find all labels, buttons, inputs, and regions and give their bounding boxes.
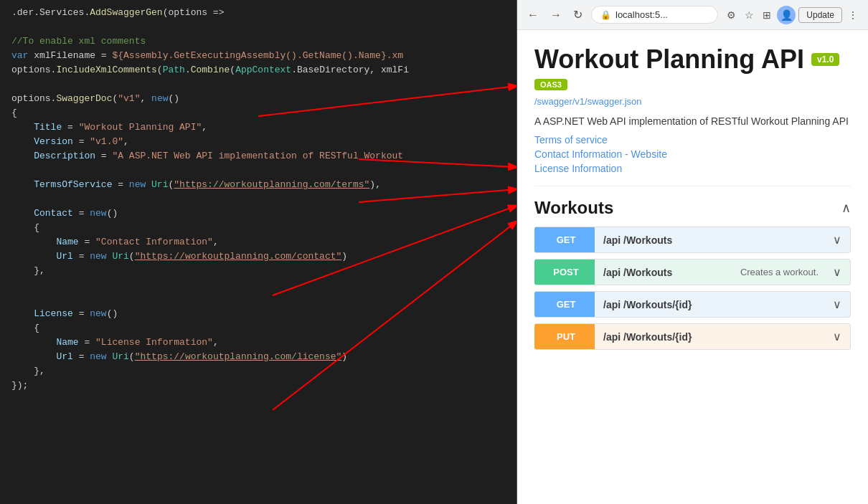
- code-line: License = new(): [0, 307, 516, 321]
- code-line: options.IncludeXmlComments(Path.Combine(…: [0, 63, 516, 77]
- swagger-title-row: Workout Planning API v1.0: [534, 44, 851, 75]
- update-button[interactable]: Update: [798, 7, 842, 23]
- back-button[interactable]: ←: [524, 7, 542, 23]
- terms-of-service-link[interactable]: Terms of service: [534, 134, 851, 146]
- code-line: Url = new Uri("https://workoutplanning.c…: [0, 350, 516, 364]
- code-line: [0, 278, 516, 293]
- swagger-content[interactable]: Workout Planning API v1.0 OAS3 /swagger/…: [517, 30, 868, 504]
- endpoint-get-workout-id[interactable]: GET /api /Workouts/{id} ∨: [534, 291, 851, 318]
- endpoint-path: /api /Workouts/{id}: [595, 325, 819, 348]
- workouts-collapse-icon[interactable]: ∧: [841, 200, 851, 216]
- code-line: Contact = new(): [0, 206, 516, 221]
- endpoint-expand-icon[interactable]: ∨: [824, 227, 850, 252]
- workouts-section-header: Workouts ∧: [534, 198, 851, 218]
- endpoint-path: /api /Workouts: [595, 229, 819, 252]
- code-content: .der.Services.AddSwaggerGen(options => /…: [0, 0, 516, 399]
- forward-button[interactable]: →: [547, 7, 565, 23]
- code-line: {: [0, 106, 516, 120]
- code-line: [0, 20, 516, 34]
- lock-icon: 🔒: [600, 10, 611, 20]
- code-line: Description = "A ASP.NET Web API impleme…: [0, 149, 516, 163]
- version-badge: v1.0: [811, 53, 839, 66]
- code-line: .der.Services.AddSwaggerGen(options =>: [0, 6, 516, 20]
- code-line: options.SwaggerDoc("v1", new(): [0, 92, 516, 106]
- code-line: });: [0, 379, 516, 393]
- puzzle-button[interactable]: ⊞: [760, 8, 774, 22]
- code-line: {: [0, 321, 516, 336]
- browser-panel: ← → ↻ 🔒 localhost:5... ⚙ ☆ ⊞ 👤 Update ⋮ …: [516, 0, 868, 504]
- code-line: TermsOfService = new Uri("https://workou…: [0, 178, 516, 192]
- endpoint-description: Creates a workout.: [740, 267, 824, 277]
- code-line: //To enable xml comments: [0, 34, 516, 49]
- endpoint-path: /api /Workouts: [595, 261, 740, 284]
- license-link[interactable]: License Information: [534, 163, 851, 174]
- endpoint-path: /api /Workouts/{id}: [595, 293, 819, 316]
- extensions-button[interactable]: ⚙: [724, 8, 739, 22]
- get-method-badge: GET: [537, 227, 595, 252]
- code-line: Version = "v1.0",: [0, 135, 516, 149]
- contact-link[interactable]: Contact Information - Website: [534, 148, 851, 160]
- code-line: [0, 163, 516, 178]
- code-line: Title = "Workout Planning API",: [0, 120, 516, 135]
- endpoint-get-workouts[interactable]: GET /api /Workouts ∨: [534, 227, 851, 253]
- endpoint-expand-icon[interactable]: ∨: [824, 292, 850, 317]
- oas-badge: OAS3: [534, 79, 567, 90]
- code-line: },: [0, 264, 516, 278]
- code-line: {: [0, 221, 516, 235]
- refresh-button[interactable]: ↻: [570, 6, 585, 23]
- endpoint-expand-icon[interactable]: ∨: [824, 324, 850, 349]
- menu-button[interactable]: ⋮: [845, 8, 861, 22]
- code-line: var xmlFilename = ${Assembly.GetExecutin…: [0, 49, 516, 63]
- browser-actions: ⚙ ☆ ⊞ 👤 Update ⋮: [724, 6, 861, 24]
- code-line: },: [0, 364, 516, 379]
- section-divider: [534, 186, 851, 186]
- profile-avatar[interactable]: 👤: [777, 6, 796, 24]
- code-line: Url = new Uri("https://workoutplanning.c…: [0, 249, 516, 264]
- code-line: [0, 293, 516, 307]
- code-panel: .der.Services.AddSwaggerGen(options => /…: [0, 0, 516, 504]
- put-method-badge: PUT: [537, 324, 595, 349]
- browser-toolbar: ← → ↻ 🔒 localhost:5... ⚙ ☆ ⊞ 👤 Update ⋮: [517, 0, 868, 30]
- url-text: localhost:5...: [615, 9, 668, 20]
- code-scroll[interactable]: .der.Services.AddSwaggerGen(options => /…: [0, 0, 516, 504]
- code-line: [0, 192, 516, 206]
- code-line: [0, 77, 516, 92]
- endpoint-post-workouts[interactable]: POST /api /Workouts Creates a workout. ∨: [534, 259, 851, 285]
- bookmark-button[interactable]: ☆: [742, 8, 757, 22]
- post-method-badge: POST: [537, 260, 595, 285]
- endpoint-put-workout-id[interactable]: PUT /api /Workouts/{id} ∨: [534, 323, 851, 350]
- get-method-badge: GET: [537, 292, 595, 317]
- code-line: Name = "License Information",: [0, 336, 516, 350]
- code-line: Name = "Contact Information",: [0, 235, 516, 249]
- swagger-description: A ASP.NET Web API implementation of REST…: [534, 115, 851, 127]
- address-bar[interactable]: 🔒 localhost:5...: [591, 6, 718, 24]
- endpoint-expand-icon[interactable]: ∨: [824, 260, 850, 285]
- swagger-title: Workout Planning API: [534, 44, 804, 75]
- workouts-section-title: Workouts: [534, 198, 613, 218]
- main-area: .der.Services.AddSwaggerGen(options => /…: [0, 0, 868, 504]
- swagger-json-link[interactable]: /swagger/v1/swagger.json: [534, 96, 851, 107]
